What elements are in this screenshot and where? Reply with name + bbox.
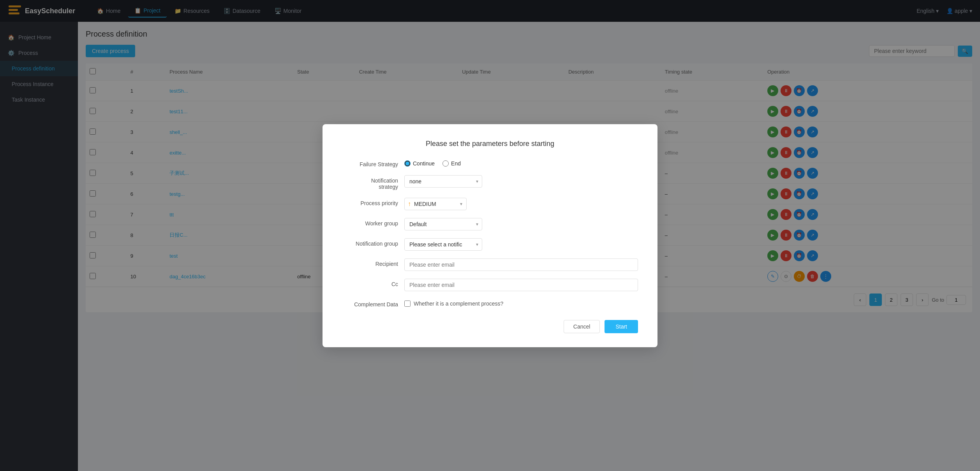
failure-strategy-control: Continue End [404, 159, 638, 167]
notification-group-select[interactable]: Please select a notific [404, 238, 482, 251]
notification-strategy-select[interactable]: none success failure all [404, 175, 482, 188]
notification-group-row: Notification group Please select a notif… [342, 238, 638, 251]
notification-strategy-control: none success failure all [404, 175, 638, 188]
modal-title: Please set the parameters before startin… [342, 140, 638, 148]
notification-group-select-wrap: Please select a notific [404, 238, 482, 251]
process-priority-select[interactable]: HIGHEST HIGH MEDIUM LOW LOWEST [414, 198, 466, 210]
complement-data-control: Whether it is a complement process? [404, 299, 638, 307]
cancel-button[interactable]: Cancel [564, 320, 600, 333]
cc-control [404, 279, 638, 291]
modal-dialog: Please set the parameters before startin… [323, 124, 657, 347]
end-option[interactable]: End [442, 160, 461, 167]
worker-group-select[interactable]: Default [404, 218, 482, 230]
modal-overlay[interactable]: Please set the parameters before startin… [0, 0, 980, 471]
notification-group-label: Notification group [342, 238, 404, 247]
notification-group-control: Please select a notific [404, 238, 638, 251]
worker-group-label: Worker group [342, 218, 404, 227]
cc-label: Cc [342, 279, 404, 287]
notification-strategy-label: Notificationstrategy [342, 175, 404, 190]
complement-checkbox-label[interactable]: Whether it is a complement process? [414, 301, 503, 307]
process-priority-select-wrap: ↑ HIGHEST HIGH MEDIUM LOW LOWEST [404, 198, 467, 210]
start-button[interactable]: Start [605, 320, 638, 333]
complement-data-label: Complement Data [342, 299, 404, 308]
worker-group-row: Worker group Default [342, 218, 638, 230]
cc-input[interactable] [404, 279, 638, 291]
notification-strategy-row: Notificationstrategy none success failur… [342, 175, 638, 190]
notification-strategy-select-wrap: none success failure all [404, 175, 482, 188]
recipient-control [404, 258, 638, 271]
process-priority-row: Process priority ↑ HIGHEST HIGH MEDIUM L… [342, 198, 638, 210]
process-priority-control: ↑ HIGHEST HIGH MEDIUM LOW LOWEST [404, 198, 638, 210]
failure-strategy-label: Failure Strategy [342, 159, 404, 167]
priority-icon: ↑ [405, 200, 414, 207]
failure-strategy-row: Failure Strategy Continue End [342, 159, 638, 167]
complement-data-row: Complement Data Whether it is a compleme… [342, 299, 638, 308]
cc-row: Cc [342, 279, 638, 291]
worker-group-control: Default [404, 218, 638, 230]
continue-radio[interactable] [404, 160, 411, 167]
continue-label: Continue [413, 160, 435, 167]
process-priority-label: Process priority [342, 198, 404, 206]
end-radio[interactable] [442, 160, 449, 167]
modal-footer: Cancel Start [342, 320, 638, 333]
recipient-input[interactable] [404, 258, 638, 271]
failure-strategy-radio-group: Continue End [404, 159, 638, 167]
complement-checkbox[interactable] [404, 301, 411, 307]
end-label: End [451, 160, 461, 167]
complement-checkbox-wrap: Whether it is a complement process? [404, 299, 638, 307]
worker-group-select-wrap: Default [404, 218, 482, 230]
recipient-label: Recipient [342, 258, 404, 267]
recipient-row: Recipient [342, 258, 638, 271]
continue-option[interactable]: Continue [404, 160, 435, 167]
